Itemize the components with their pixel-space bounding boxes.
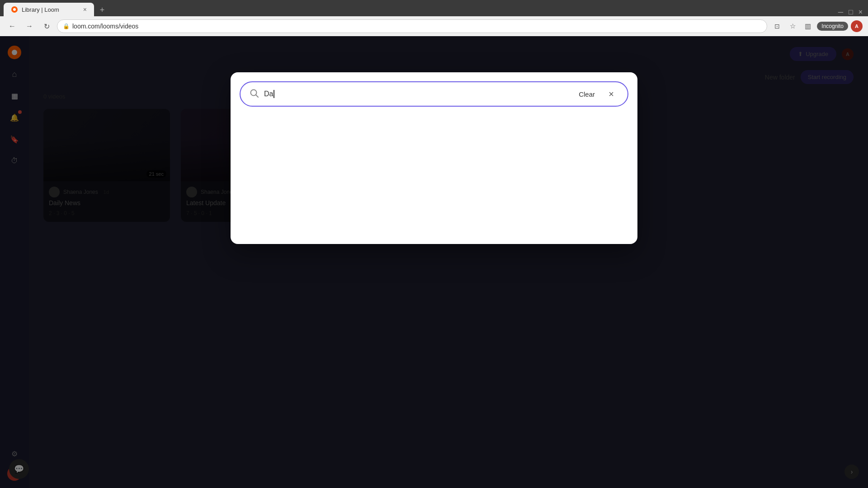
cast-icon[interactable]: ⊡: [771, 20, 783, 33]
refresh-btn[interactable]: ↻: [40, 19, 53, 33]
search-input-display[interactable]: Da: [264, 90, 570, 98]
nav-icons: ⊡ ☆ ▥ Incognito A: [771, 20, 863, 33]
back-btn[interactable]: ←: [5, 19, 19, 33]
tab-title: Library | Loom: [22, 6, 59, 13]
tab-favicon: [11, 6, 18, 13]
nav-bar: ← → ↻ 🔒 loom.com/looms/videos ⊡ ☆ ▥ Inco…: [0, 16, 868, 36]
incognito-badge: Incognito: [817, 22, 848, 31]
search-icon: [250, 89, 259, 100]
search-results-area: [240, 107, 628, 233]
svg-line-5: [256, 95, 258, 97]
maximize-btn[interactable]: □: [849, 8, 853, 16]
bookmark-icon[interactable]: ☆: [786, 20, 799, 33]
address-bar[interactable]: 🔒 loom.com/looms/videos: [57, 19, 767, 33]
lock-icon: 🔒: [63, 23, 70, 29]
search-modal: Da Clear ×: [231, 72, 637, 244]
new-tab-btn[interactable]: +: [96, 4, 108, 16]
app-container: ⌂ ▦ 🔔 🔖 ⏱ ⚙ A: [0, 36, 868, 488]
search-svg-icon: [250, 89, 259, 98]
text-cursor: [274, 90, 274, 98]
tab-close-btn[interactable]: ×: [83, 6, 87, 13]
sidebar-toggle-icon[interactable]: ▥: [802, 20, 814, 33]
minimize-btn[interactable]: ─: [838, 8, 843, 16]
forward-btn[interactable]: →: [23, 19, 36, 33]
search-input-container: Da Clear ×: [240, 81, 628, 107]
search-text: Da: [264, 90, 273, 98]
window-close-btn[interactable]: ×: [859, 8, 863, 16]
tab-strip: Library | Loom × + ─ □ ×: [0, 0, 868, 16]
browser-profile-btn[interactable]: A: [851, 20, 863, 32]
svg-point-1: [13, 8, 16, 11]
modal-close-btn[interactable]: ×: [604, 87, 618, 101]
active-tab[interactable]: Library | Loom ×: [4, 3, 94, 16]
clear-button[interactable]: Clear: [575, 89, 599, 100]
address-text: loom.com/looms/videos: [72, 23, 138, 30]
